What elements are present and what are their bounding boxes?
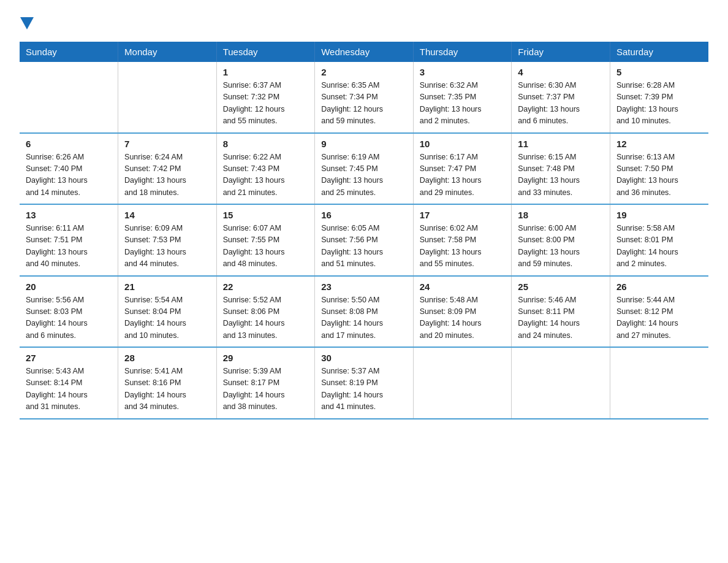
day-number: 26 — [616, 282, 702, 292]
day-number: 18 — [518, 210, 604, 220]
day-info: Sunrise: 6:11 AMSunset: 7:51 PMDaylight:… — [26, 223, 112, 270]
day-number: 15 — [223, 210, 309, 220]
day-info: Sunrise: 6:37 AMSunset: 7:32 PMDaylight:… — [223, 80, 309, 128]
day-number: 13 — [26, 210, 112, 220]
day-info: Sunrise: 5:43 AMSunset: 8:14 PMDaylight:… — [26, 366, 112, 413]
calendar-cell: 5Sunrise: 6:28 AMSunset: 7:39 PMDaylight… — [610, 62, 708, 133]
calendar-cell: 17Sunrise: 6:02 AMSunset: 7:58 PMDayligh… — [413, 204, 512, 276]
day-info: Sunrise: 5:52 AMSunset: 8:06 PMDaylight:… — [223, 294, 309, 342]
day-number: 6 — [26, 139, 112, 149]
calendar-cell: 15Sunrise: 6:07 AMSunset: 7:55 PMDayligh… — [216, 204, 315, 276]
calendar-cell: 14Sunrise: 6:09 AMSunset: 7:53 PMDayligh… — [118, 204, 217, 276]
day-info: Sunrise: 6:13 AMSunset: 7:50 PMDaylight:… — [616, 151, 702, 199]
calendar-week-row: 27Sunrise: 5:43 AMSunset: 8:14 PMDayligh… — [20, 347, 708, 419]
calendar-cell: 7Sunrise: 6:24 AMSunset: 7:42 PMDaylight… — [118, 133, 217, 205]
day-number: 1 — [223, 67, 309, 77]
calendar-cell: 6Sunrise: 6:26 AMSunset: 7:40 PMDaylight… — [20, 133, 118, 205]
weekday-header-friday: Friday — [512, 42, 610, 62]
calendar-cell: 26Sunrise: 5:44 AMSunset: 8:12 PMDayligh… — [610, 276, 708, 348]
day-number: 19 — [616, 210, 702, 220]
day-number: 7 — [124, 139, 210, 149]
weekday-header-tuesday: Tuesday — [216, 42, 315, 62]
day-info: Sunrise: 5:39 AMSunset: 8:17 PMDaylight:… — [223, 366, 309, 413]
calendar-cell — [20, 62, 118, 133]
day-info: Sunrise: 6:15 AMSunset: 7:48 PMDaylight:… — [518, 151, 604, 199]
day-number: 5 — [616, 67, 702, 77]
calendar-cell: 3Sunrise: 6:32 AMSunset: 7:35 PMDaylight… — [413, 62, 512, 133]
weekday-header-saturday: Saturday — [610, 42, 708, 62]
day-info: Sunrise: 5:44 AMSunset: 8:12 PMDaylight:… — [616, 294, 702, 342]
calendar-cell: 18Sunrise: 6:00 AMSunset: 8:00 PMDayligh… — [512, 204, 610, 276]
logo — [20, 15, 34, 32]
calendar-cell: 8Sunrise: 6:22 AMSunset: 7:43 PMDaylight… — [216, 133, 315, 205]
calendar-cell: 2Sunrise: 6:35 AMSunset: 7:34 PMDaylight… — [315, 62, 414, 133]
day-number: 20 — [26, 282, 112, 292]
day-info: Sunrise: 6:30 AMSunset: 7:37 PMDaylight:… — [518, 80, 604, 128]
weekday-header-sunday: Sunday — [20, 42, 118, 62]
weekday-header-thursday: Thursday — [413, 42, 512, 62]
day-number: 28 — [124, 353, 210, 363]
calendar-cell — [413, 347, 512, 419]
page-header — [20, 15, 708, 32]
calendar-cell: 13Sunrise: 6:11 AMSunset: 7:51 PMDayligh… — [20, 204, 118, 276]
day-info: Sunrise: 6:22 AMSunset: 7:43 PMDaylight:… — [223, 151, 309, 199]
day-info: Sunrise: 5:41 AMSunset: 8:16 PMDaylight:… — [124, 366, 210, 413]
day-info: Sunrise: 6:17 AMSunset: 7:47 PMDaylight:… — [420, 151, 506, 199]
day-info: Sunrise: 6:09 AMSunset: 7:53 PMDaylight:… — [124, 223, 210, 270]
calendar-cell: 25Sunrise: 5:46 AMSunset: 8:11 PMDayligh… — [512, 276, 610, 348]
day-number: 25 — [518, 282, 604, 292]
calendar-week-row: 6Sunrise: 6:26 AMSunset: 7:40 PMDaylight… — [20, 133, 708, 205]
calendar-cell: 12Sunrise: 6:13 AMSunset: 7:50 PMDayligh… — [610, 133, 708, 205]
day-info: Sunrise: 6:35 AMSunset: 7:34 PMDaylight:… — [321, 80, 407, 128]
day-number: 16 — [321, 210, 407, 220]
day-info: Sunrise: 5:56 AMSunset: 8:03 PMDaylight:… — [26, 294, 112, 342]
calendar-header-row: SundayMondayTuesdayWednesdayThursdayFrid… — [20, 42, 708, 62]
day-info: Sunrise: 6:32 AMSunset: 7:35 PMDaylight:… — [420, 80, 506, 128]
day-number: 23 — [321, 282, 407, 292]
day-info: Sunrise: 6:24 AMSunset: 7:42 PMDaylight:… — [124, 151, 210, 199]
day-info: Sunrise: 5:48 AMSunset: 8:09 PMDaylight:… — [420, 294, 506, 342]
day-info: Sunrise: 5:58 AMSunset: 8:01 PMDaylight:… — [616, 223, 702, 270]
calendar-cell: 9Sunrise: 6:19 AMSunset: 7:45 PMDaylight… — [315, 133, 414, 205]
calendar-cell: 10Sunrise: 6:17 AMSunset: 7:47 PMDayligh… — [413, 133, 512, 205]
calendar-cell: 21Sunrise: 5:54 AMSunset: 8:04 PMDayligh… — [118, 276, 217, 348]
day-number: 10 — [420, 139, 506, 149]
calendar-table: SundayMondayTuesdayWednesdayThursdayFrid… — [20, 42, 708, 419]
calendar-cell: 24Sunrise: 5:48 AMSunset: 8:09 PMDayligh… — [413, 276, 512, 348]
weekday-header-wednesday: Wednesday — [315, 42, 414, 62]
calendar-cell — [610, 347, 708, 419]
day-info: Sunrise: 5:50 AMSunset: 8:08 PMDaylight:… — [321, 294, 407, 342]
day-info: Sunrise: 5:54 AMSunset: 8:04 PMDaylight:… — [124, 294, 210, 342]
calendar-cell: 20Sunrise: 5:56 AMSunset: 8:03 PMDayligh… — [20, 276, 118, 348]
calendar-cell: 1Sunrise: 6:37 AMSunset: 7:32 PMDaylight… — [216, 62, 315, 133]
day-number: 3 — [420, 67, 506, 77]
day-number: 30 — [321, 353, 407, 363]
calendar-cell — [118, 62, 217, 133]
day-number: 24 — [420, 282, 506, 292]
svg-marker-0 — [20, 17, 34, 29]
weekday-header-monday: Monday — [118, 42, 217, 62]
day-info: Sunrise: 6:00 AMSunset: 8:00 PMDaylight:… — [518, 223, 604, 270]
day-number: 21 — [124, 282, 210, 292]
calendar-cell: 28Sunrise: 5:41 AMSunset: 8:16 PMDayligh… — [118, 347, 217, 419]
day-number: 9 — [321, 139, 407, 149]
day-number: 27 — [26, 353, 112, 363]
calendar-cell: 11Sunrise: 6:15 AMSunset: 7:48 PMDayligh… — [512, 133, 610, 205]
day-number: 8 — [223, 139, 309, 149]
day-number: 2 — [321, 67, 407, 77]
day-number: 22 — [223, 282, 309, 292]
day-number: 17 — [420, 210, 506, 220]
day-number: 11 — [518, 139, 604, 149]
day-number: 14 — [124, 210, 210, 220]
calendar-cell: 29Sunrise: 5:39 AMSunset: 8:17 PMDayligh… — [216, 347, 315, 419]
calendar-week-row: 13Sunrise: 6:11 AMSunset: 7:51 PMDayligh… — [20, 204, 708, 276]
logo-triangle-icon — [20, 17, 34, 29]
calendar-cell — [512, 347, 610, 419]
day-info: Sunrise: 6:26 AMSunset: 7:40 PMDaylight:… — [26, 151, 112, 199]
calendar-cell: 23Sunrise: 5:50 AMSunset: 8:08 PMDayligh… — [315, 276, 414, 348]
calendar-cell: 30Sunrise: 5:37 AMSunset: 8:19 PMDayligh… — [315, 347, 414, 419]
calendar-cell: 22Sunrise: 5:52 AMSunset: 8:06 PMDayligh… — [216, 276, 315, 348]
calendar-cell: 27Sunrise: 5:43 AMSunset: 8:14 PMDayligh… — [20, 347, 118, 419]
calendar-cell: 4Sunrise: 6:30 AMSunset: 7:37 PMDaylight… — [512, 62, 610, 133]
day-info: Sunrise: 6:02 AMSunset: 7:58 PMDaylight:… — [420, 223, 506, 270]
